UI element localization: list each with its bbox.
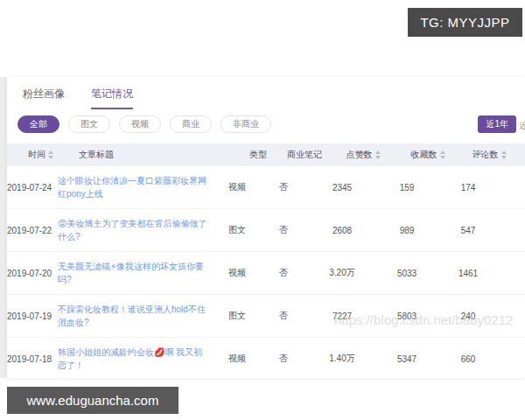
table-row: 2019-07-18 韩国小姐姐的减龄约会妆💋啊 我又初恋了！ 视频 否 1.4… <box>7 338 525 378</box>
note-title-link[interactable]: 无美颜无滤镜⚡像我这样的坏女孩你要吗? <box>58 260 217 286</box>
note-comments: 240 <box>439 312 497 321</box>
note-collects: 5803 <box>374 312 439 321</box>
note-date: 2019-07-20 <box>7 269 58 278</box>
header-likes[interactable]: 点赞数 <box>331 149 396 161</box>
header-likes-label: 点赞数 <box>346 149 373 161</box>
filter-commercial[interactable]: 商业 <box>170 116 212 133</box>
note-likes: 2608 <box>310 226 374 235</box>
header-comments-label: 评论数 <box>472 149 499 161</box>
note-type: 视频 <box>217 181 257 193</box>
note-date: 2019-07-19 <box>7 312 58 321</box>
header-type-label: 类型 <box>249 149 267 161</box>
filter-image-text[interactable]: 图文 <box>68 116 110 133</box>
note-commercial: 否 <box>257 224 310 236</box>
note-title-link[interactable]: 这个眼妆让你清凉一夏口紫薇彩妆界网红pony上线 <box>58 174 217 200</box>
note-collects: 5033 <box>374 269 439 278</box>
note-likes: 1.40万 <box>310 353 374 365</box>
sort-icon[interactable] <box>375 150 381 159</box>
note-comments: 547 <box>439 226 497 235</box>
table-row: 2019-07-19 不踩雷化妆教程！谁说亚洲人hold不住混血妆? 图文 否 … <box>7 295 525 338</box>
note-collects: 5347 <box>374 354 439 364</box>
note-title-link[interactable]: 😡美妆博主为了变美都在背后偷偷做了什么? <box>58 217 217 243</box>
header-title: 文章标题 <box>79 149 238 161</box>
header-commercial-label: 商业笔记 <box>287 149 322 161</box>
sort-icon[interactable] <box>48 150 53 159</box>
site-watermark: www.eduguancha.com <box>7 387 178 414</box>
table-header-row: 时间 文章标题 类型 商业笔记 点赞数 收藏数 <box>7 144 525 166</box>
note-comments: 660 <box>439 354 497 364</box>
tab-bar: 粉丝画像 笔记情况 <box>7 77 525 109</box>
note-type: 图文 <box>217 224 257 236</box>
header-collects-label: 收藏数 <box>411 149 438 161</box>
note-likes: 7227 <box>310 312 374 321</box>
table-row: 2019-07-22 😡美妆博主为了变美都在背后偷偷做了什么? 图文 否 260… <box>7 209 525 252</box>
tg-watermark: TG: MYYJJPP <box>408 8 522 37</box>
note-date: 2019-07-22 <box>7 226 58 235</box>
sort-icon[interactable] <box>440 150 445 159</box>
note-date: 2019-07-18 <box>7 354 58 364</box>
note-title-link[interactable]: 韩国小姐姐的减龄约会妆💋啊 我又初恋了！ <box>58 346 217 372</box>
note-collects: 989 <box>374 226 439 235</box>
tab-fan-portrait[interactable]: 粉丝画像 <box>23 87 65 109</box>
note-likes: 2345 <box>310 183 374 192</box>
header-time-label: 时间 <box>28 149 46 161</box>
filter-all[interactable]: 全部 <box>18 116 60 133</box>
note-commercial: 否 <box>257 353 310 365</box>
note-comments: 174 <box>439 183 497 192</box>
note-comments: 1461 <box>439 269 497 278</box>
note-collects: 159 <box>374 183 439 192</box>
left-background-strip <box>0 77 7 378</box>
note-type: 视频 <box>217 353 257 365</box>
header-type: 类型 <box>238 149 278 161</box>
note-likes: 3.20万 <box>310 267 374 279</box>
note-commercial: 否 <box>257 310 310 322</box>
table-row: 2019-07-20 无美颜无滤镜⚡像我这样的坏女孩你要吗? 视频 否 3.20… <box>7 252 525 295</box>
header-time[interactable]: 时间 <box>28 149 79 161</box>
table-row: 2019-07-24 这个眼妆让你清凉一夏口紫薇彩妆界网红pony上线 视频 否… <box>7 166 525 209</box>
filter-bar: 全部 图文 视频 商业 非商业 近1年 近 <box>7 109 525 133</box>
header-title-label: 文章标题 <box>79 149 114 161</box>
header-collects[interactable]: 收藏数 <box>396 149 460 161</box>
header-comments[interactable]: 评论数 <box>460 149 518 161</box>
tab-note-status[interactable]: 笔记情况 <box>91 87 133 109</box>
note-date: 2019-07-24 <box>7 183 58 192</box>
header-commercial: 商业笔记 <box>278 149 331 161</box>
filter-non-commercial[interactable]: 非商业 <box>220 116 271 133</box>
notes-table: 时间 文章标题 类型 商业笔记 点赞数 收藏数 <box>7 144 525 378</box>
date-range-next-button-partial[interactable]: 近 <box>519 120 525 132</box>
note-type: 视频 <box>217 267 257 279</box>
notes-panel: 粉丝画像 笔记情况 全部 图文 视频 商业 非商业 近1年 近 时间 文章标题 <box>7 77 525 378</box>
filter-video[interactable]: 视频 <box>119 116 161 133</box>
date-range-1year-button[interactable]: 近1年 <box>478 116 516 133</box>
note-type: 图文 <box>217 310 257 322</box>
note-commercial: 否 <box>257 267 310 279</box>
note-title-link[interactable]: 不踩雷化妆教程！谁说亚洲人hold不住混血妆? <box>58 303 217 329</box>
page: TG: MYYJJPP 粉丝画像 笔记情况 全部 图文 视频 商业 非商业 近1… <box>0 0 525 420</box>
note-commercial: 否 <box>257 181 310 193</box>
sort-icon[interactable] <box>501 150 507 159</box>
